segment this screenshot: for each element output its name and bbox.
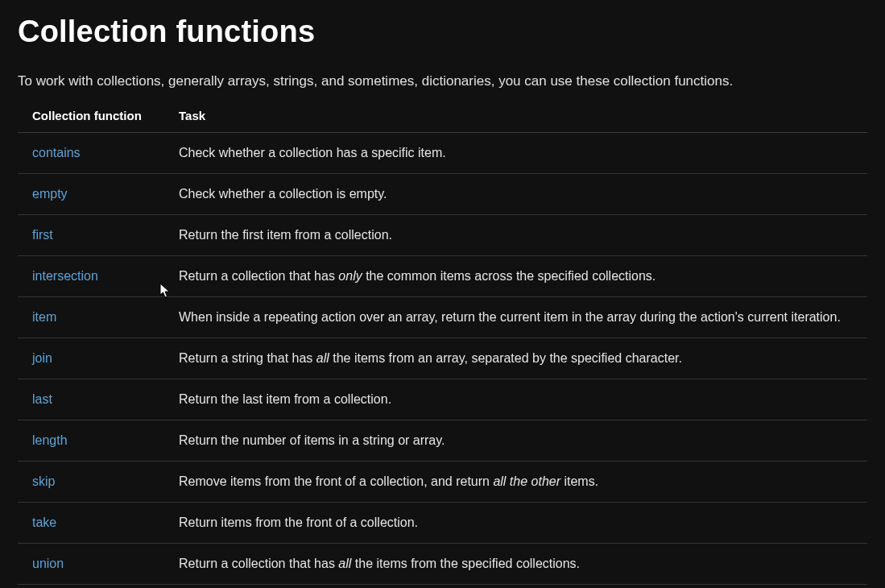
col-header-function: Collection function xyxy=(18,102,164,133)
cell-function: empty xyxy=(18,173,164,214)
task-text: Return a collection that has xyxy=(179,269,338,283)
function-link-length[interactable]: length xyxy=(32,433,68,447)
col-header-task: Task xyxy=(164,102,867,133)
cell-function: item xyxy=(18,296,164,337)
page-title: Collection functions xyxy=(18,14,867,49)
functions-table: Collection function Task containsCheck w… xyxy=(18,102,867,585)
table-row: emptyCheck whether a collection is empty… xyxy=(18,173,867,214)
table-body: containsCheck whether a collection has a… xyxy=(18,132,867,584)
function-link-first[interactable]: first xyxy=(32,228,53,242)
cell-function: take xyxy=(18,502,164,543)
task-italic: all the other xyxy=(493,474,560,488)
task-text: the items from an array, separated by th… xyxy=(329,351,682,365)
task-text: When inside a repeating action over an a… xyxy=(179,310,841,324)
function-link-empty[interactable]: empty xyxy=(32,187,68,201)
cell-task: Remove items from the front of a collect… xyxy=(164,461,867,502)
cell-function: skip xyxy=(18,461,164,502)
table-row: skipRemove items from the front of a col… xyxy=(18,461,867,502)
cell-task: Return items from the front of a collect… xyxy=(164,502,867,543)
cell-task: Return the first item from a collection. xyxy=(164,214,867,255)
cell-task: Return a collection that has all the ite… xyxy=(164,543,867,584)
task-text: the common items across the specified co… xyxy=(362,269,656,283)
task-italic: only xyxy=(338,269,362,283)
cell-function: intersection xyxy=(18,255,164,296)
task-text: Return items from the front of a collect… xyxy=(179,516,418,529)
cell-task: Check whether a collection is empty. xyxy=(164,173,867,214)
function-link-last[interactable]: last xyxy=(32,392,52,406)
cell-function: length xyxy=(18,420,164,461)
table-row: takeReturn items from the front of a col… xyxy=(18,502,867,543)
table-row: containsCheck whether a collection has a… xyxy=(18,132,867,173)
table-row: firstReturn the first item from a collec… xyxy=(18,214,867,255)
function-link-join[interactable]: join xyxy=(32,351,52,365)
table-row: lengthReturn the number of items in a st… xyxy=(18,420,867,461)
task-text: items. xyxy=(560,474,598,488)
table-row: unionReturn a collection that has all th… xyxy=(18,543,867,584)
table-header-row: Collection function Task xyxy=(18,102,867,133)
function-link-union[interactable]: union xyxy=(32,557,64,570)
cell-function: last xyxy=(18,379,164,420)
table-row: lastReturn the last item from a collecti… xyxy=(18,379,867,420)
function-link-contains[interactable]: contains xyxy=(32,146,81,159)
cell-function: contains xyxy=(18,132,164,173)
cell-task: Return a string that has all the items f… xyxy=(164,337,867,379)
cell-task: When inside a repeating action over an a… xyxy=(164,296,867,337)
cell-task: Return the last item from a collection. xyxy=(164,379,867,420)
cell-function: join xyxy=(18,337,164,379)
task-text: the items from the specified collections… xyxy=(351,557,580,570)
intro-paragraph: To work with collections, generally arra… xyxy=(18,72,867,91)
task-text: Return the first item from a collection. xyxy=(179,228,392,242)
task-text: Return the last item from a collection. xyxy=(179,392,391,406)
function-link-intersection[interactable]: intersection xyxy=(32,269,98,283)
page: Collection functions To work with collec… xyxy=(0,0,885,585)
task-italic: all xyxy=(338,557,351,570)
function-link-take[interactable]: take xyxy=(32,516,56,529)
cell-task: Return a collection that has only the co… xyxy=(164,255,867,296)
table-row: itemWhen inside a repeating action over … xyxy=(18,296,867,337)
cell-task: Return the number of items in a string o… xyxy=(164,420,867,461)
function-link-skip[interactable]: skip xyxy=(32,474,55,488)
task-text: Return a collection that has xyxy=(179,557,338,570)
table-row: intersectionReturn a collection that has… xyxy=(18,255,867,296)
function-link-item[interactable]: item xyxy=(32,310,56,324)
table-row: joinReturn a string that has all the ite… xyxy=(18,337,867,379)
task-text: Check whether a collection is empty. xyxy=(179,187,387,201)
task-text: Return a string that has xyxy=(179,351,316,365)
task-italic: all xyxy=(316,351,329,365)
cell-function: union xyxy=(18,543,164,584)
cell-function: first xyxy=(18,214,164,255)
task-text: Return the number of items in a string o… xyxy=(179,433,445,447)
task-text: Remove items from the front of a collect… xyxy=(179,474,493,488)
cell-task: Check whether a collection has a specifi… xyxy=(164,132,867,173)
task-text: Check whether a collection has a specifi… xyxy=(179,146,446,159)
